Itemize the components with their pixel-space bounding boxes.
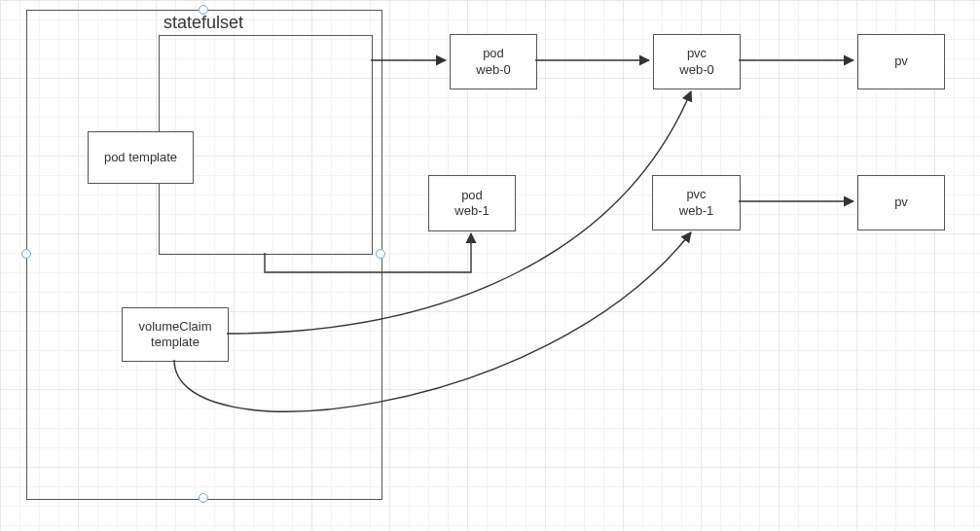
edges-layer xyxy=(0,0,980,531)
edge-vct-to-pvc1 xyxy=(174,232,691,411)
edge-vct-to-pvc0 xyxy=(227,91,691,334)
diagram-canvas[interactable]: statefulset pod template volumeClaim tem… xyxy=(0,0,980,531)
edge-podtemplate-to-pod1 xyxy=(265,233,471,272)
